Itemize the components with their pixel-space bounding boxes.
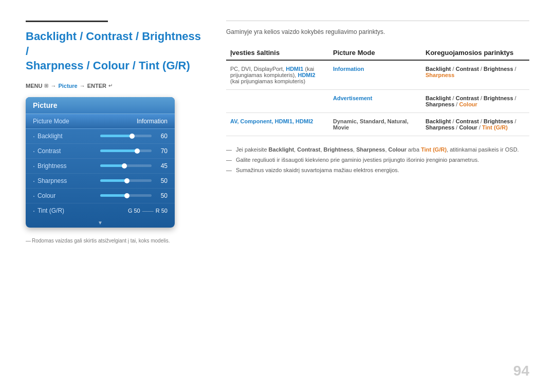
picture-panel: Picture Picture Mode Information Backlig… bbox=[26, 97, 175, 228]
row2-options: Backlight / Contrast / Brightness /Sharp… bbox=[421, 90, 529, 113]
brightness-slider[interactable]: 45 bbox=[100, 162, 168, 170]
table-header-row: Įvesties šaltinis Picture Mode Koreguoja… bbox=[226, 46, 529, 60]
row1-source: PC, DVI, DisplayPort, HDMI1 (kai prijung… bbox=[226, 60, 329, 90]
contrast-fill bbox=[100, 150, 136, 152]
left-column: Backlight / Contrast / Brightness / Shar… bbox=[26, 21, 221, 377]
row1-options: Backlight / Contrast / Brightness /Sharp… bbox=[421, 60, 529, 90]
col-header-options: Koreguojamosios parinktys bbox=[421, 46, 529, 60]
panel-mode-label: Picture Mode bbox=[33, 118, 69, 125]
right-column: Gaminyje yra kelios vaizdo kokybės regul… bbox=[221, 21, 529, 377]
row3-options: Backlight / Contrast / Brightness /Sharp… bbox=[421, 113, 529, 136]
intro-text: Gaminyje yra kelios vaizdo kokybės regul… bbox=[226, 28, 529, 35]
backlight-fill bbox=[100, 135, 131, 137]
contrast-slider[interactable]: 70 bbox=[100, 147, 168, 155]
colour-thumb bbox=[124, 193, 130, 198]
colour-fill bbox=[100, 194, 126, 197]
sharpness-fill bbox=[100, 179, 126, 182]
panel-row-backlight[interactable]: Backlight 60 bbox=[26, 129, 175, 144]
menu-keyword: MENU bbox=[26, 83, 42, 89]
top-rule bbox=[226, 21, 529, 21]
note-2: ― Galite reguliuoti ir išsaugoti kiekvie… bbox=[226, 157, 529, 163]
sharpness-label: Sharpness bbox=[33, 177, 67, 185]
sharpness-thumb bbox=[124, 178, 130, 183]
note-3: ― Sumažinus vaizdo skaidrį suvartojama m… bbox=[226, 167, 529, 173]
backlight-label: Backlight bbox=[33, 132, 63, 140]
info-table: Įvesties šaltinis Picture Mode Koreguoja… bbox=[226, 46, 529, 136]
enter-icon: ↵ bbox=[108, 83, 113, 88]
row2-mode: Advertisement bbox=[329, 90, 421, 113]
colour-track bbox=[100, 194, 152, 197]
note-3-text: Sumažinus vaizdo skaidrį suvartojama maž… bbox=[236, 167, 399, 173]
page-title: Backlight / Contrast / Brightness / Shar… bbox=[26, 29, 206, 73]
note-1: ― Jei pakeisite Backlight, Contrast, Bri… bbox=[226, 146, 529, 153]
brightness-label: Brightness bbox=[33, 162, 67, 170]
menu-path: MENU ⊞ → Picture → ENTER ↵ bbox=[26, 83, 206, 89]
panel-mode-value: Information bbox=[137, 118, 168, 125]
colour-label: Colour bbox=[33, 192, 55, 200]
scroll-down-arrow[interactable]: ▼ bbox=[26, 218, 175, 228]
contrast-track bbox=[100, 150, 152, 152]
tint-r-value: R 50 bbox=[156, 208, 168, 214]
sharpness-value: 50 bbox=[155, 177, 168, 184]
page-number: 94 bbox=[513, 363, 529, 379]
col-header-mode: Picture Mode bbox=[329, 46, 421, 60]
backlight-value: 60 bbox=[155, 133, 168, 140]
brightness-value: 45 bbox=[155, 162, 168, 170]
panel-mode-row[interactable]: Picture Mode Information bbox=[26, 114, 175, 129]
top-line-decoration bbox=[26, 21, 108, 22]
panel-header: Picture bbox=[26, 97, 175, 114]
panel-row-colour[interactable]: Colour 50 bbox=[26, 189, 175, 203]
brightness-thumb bbox=[122, 163, 127, 169]
contrast-thumb bbox=[135, 148, 140, 154]
tint-label: Tint (G/R) bbox=[33, 207, 64, 215]
backlight-slider[interactable]: 60 bbox=[100, 133, 168, 140]
colour-value: 50 bbox=[155, 192, 168, 199]
brightness-track bbox=[100, 164, 152, 167]
contrast-value: 70 bbox=[155, 147, 168, 155]
sharpness-track bbox=[100, 179, 152, 182]
table-row: PC, DVI, DisplayPort, HDMI1 (kai prijung… bbox=[226, 60, 529, 90]
panel-row-contrast[interactable]: Contrast 70 bbox=[26, 144, 175, 159]
menu-box-icon: ⊞ bbox=[44, 83, 48, 88]
sharpness-slider[interactable]: 50 bbox=[100, 177, 168, 184]
footnote: Rodomas vaizdas gali skirtis atsižvelgia… bbox=[26, 238, 206, 244]
backlight-track bbox=[100, 135, 152, 137]
col-header-source: Įvesties šaltinis bbox=[226, 46, 329, 60]
panel-row-brightness[interactable]: Brightness 45 bbox=[26, 159, 175, 174]
note-1-text: Jei pakeisite Backlight, Contrast, Brigh… bbox=[236, 146, 519, 153]
note-dash-icon: ― bbox=[226, 146, 232, 153]
note-dash-icon-2: ― bbox=[226, 157, 232, 163]
menu-picture-link[interactable]: Picture bbox=[58, 83, 77, 89]
table-row: Advertisement Backlight / Contrast / Bri… bbox=[226, 90, 529, 113]
tint-g-value: G 50 bbox=[128, 208, 140, 214]
note-2-text: Galite reguliuoti ir išsaugoti kiekvieno… bbox=[236, 157, 479, 163]
panel-row-sharpness[interactable]: Sharpness 50 bbox=[26, 174, 175, 189]
contrast-label: Contrast bbox=[33, 147, 61, 155]
row3-mode: Dynamic, Standard, Natural, Movie bbox=[329, 113, 421, 136]
enter-keyword: ENTER bbox=[87, 83, 106, 89]
panel-row-tint[interactable]: Tint (G/R) G 50 —— R 50 bbox=[26, 203, 175, 218]
note-dash-icon-3: ― bbox=[226, 167, 232, 173]
row2-source bbox=[226, 90, 329, 113]
backlight-thumb bbox=[130, 134, 135, 139]
row3-source: AV, Component, HDMI1, HDMI2 bbox=[226, 113, 329, 136]
notes-section: ― Jei pakeisite Backlight, Contrast, Bri… bbox=[226, 146, 529, 173]
colour-slider[interactable]: 50 bbox=[100, 192, 168, 199]
brightness-fill bbox=[100, 164, 123, 167]
tint-controls[interactable]: G 50 —— R 50 bbox=[128, 208, 168, 214]
table-row: AV, Component, HDMI1, HDMI2 Dynamic, Sta… bbox=[226, 113, 529, 136]
row1-mode: Information bbox=[329, 60, 421, 90]
